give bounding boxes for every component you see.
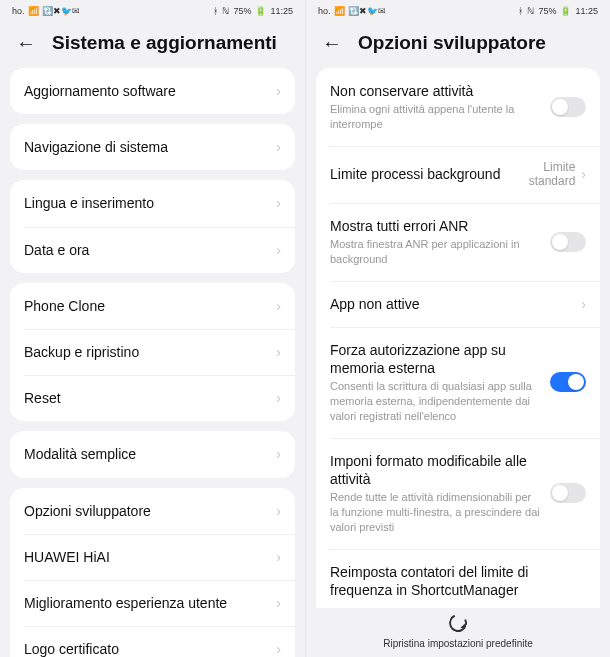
nfc-icon: ℕ	[527, 6, 534, 16]
row-title: Backup e ripristino	[24, 343, 266, 361]
bluetooth-icon: ᚼ	[518, 6, 523, 16]
settings-group: Phone Clone›Backup e ripristino›Reset›	[10, 283, 295, 422]
row-title: Reset	[24, 389, 266, 407]
settings-row[interactable]: Modalità semplice›	[10, 431, 295, 477]
chevron-right-icon: ›	[581, 296, 586, 312]
row-title: Mostra tutti errori ANR	[330, 217, 540, 235]
settings-list[interactable]: Aggiornamento software›Navigazione di si…	[0, 68, 305, 657]
row-title: Opzioni sviluppatore	[24, 502, 266, 520]
screen-developer-options: ho. 📶 🔃✖🐦✉ ᚼ ℕ 75% 🔋 11:25 ← Opzioni svi…	[305, 0, 610, 657]
settings-row[interactable]: Navigazione di sistema›	[10, 124, 295, 170]
settings-row[interactable]: Imponi formato modificabile alle attivit…	[316, 438, 600, 549]
page-title: Opzioni sviluppatore	[358, 32, 546, 54]
row-title: Phone Clone	[24, 297, 266, 315]
footer-label: Ripristina impostazioni predefinite	[306, 638, 610, 649]
row-title: Data e ora	[24, 241, 266, 259]
settings-group: Modalità semplice›	[10, 431, 295, 477]
settings-row[interactable]: Lingua e inserimento›	[10, 180, 295, 226]
row-title: Reimposta contatori del limite di freque…	[330, 563, 576, 599]
chevron-right-icon: ›	[276, 298, 281, 314]
settings-row[interactable]: Reset›	[10, 375, 295, 421]
screen-system-updates: ho. 📶 🔃✖🐦✉ ᚼ ℕ 75% 🔋 11:25 ← Sistema e a…	[0, 0, 305, 657]
chevron-right-icon: ›	[276, 595, 281, 611]
row-title: Miglioramento esperienza utente	[24, 594, 266, 612]
chevron-right-icon: ›	[276, 344, 281, 360]
status-bar: ho. 📶 🔃✖🐦✉ ᚼ ℕ 75% 🔋 11:25	[0, 0, 305, 22]
toggle-switch[interactable]	[550, 97, 586, 117]
reset-icon	[446, 611, 469, 634]
chevron-right-icon: ›	[276, 503, 281, 519]
page-title: Sistema e aggiornamenti	[52, 32, 277, 54]
settings-row[interactable]: Backup e ripristino›	[10, 329, 295, 375]
settings-row[interactable]: Forza autorizzazione app su memoria este…	[316, 327, 600, 438]
settings-group: Aggiornamento software›	[10, 68, 295, 114]
settings-row[interactable]: Aggiornamento software›	[10, 68, 295, 114]
carrier-label: ho.	[12, 6, 25, 16]
settings-row[interactable]: Mostra tutti errori ANRMostra finestra A…	[316, 203, 600, 281]
row-value: Limitestandard	[529, 160, 576, 189]
row-title: Non conservare attività	[330, 82, 540, 100]
battery-icon: 🔋	[255, 6, 266, 16]
chevron-right-icon: ›	[581, 166, 586, 182]
clock: 11:25	[270, 6, 293, 16]
row-title: Navigazione di sistema	[24, 138, 266, 156]
settings-group: Non conservare attivitàElimina ogni atti…	[316, 68, 600, 608]
row-title: Lingua e inserimento	[24, 194, 266, 212]
row-title: Aggiornamento software	[24, 82, 266, 100]
settings-group: Lingua e inserimento›Data e ora›	[10, 180, 295, 272]
chevron-right-icon: ›	[276, 195, 281, 211]
status-icons: 🔃✖🐦✉	[348, 6, 386, 16]
chevron-right-icon: ›	[276, 390, 281, 406]
chevron-right-icon: ›	[276, 549, 281, 565]
settings-row[interactable]: Non conservare attivitàElimina ogni atti…	[316, 68, 600, 146]
row-title: Modalità semplice	[24, 445, 266, 463]
row-subtitle: Elimina ogni attività appena l'utente la…	[330, 102, 540, 132]
toggle-switch[interactable]	[550, 483, 586, 503]
row-title: App non attive	[330, 295, 571, 313]
settings-row[interactable]: Limite processi backgroundLimitestandard…	[316, 146, 600, 203]
row-subtitle: Mostra finestra ANR per applicazioni in …	[330, 237, 540, 267]
settings-row[interactable]: Reimposta contatori del limite di freque…	[316, 549, 600, 608]
row-title: Imponi formato modificabile alle attivit…	[330, 452, 540, 488]
chevron-right-icon: ›	[276, 139, 281, 155]
back-arrow-icon[interactable]: ←	[16, 33, 36, 53]
header: ← Sistema e aggiornamenti	[0, 22, 305, 68]
chevron-right-icon: ›	[276, 446, 281, 462]
row-title: Forza autorizzazione app su memoria este…	[330, 341, 540, 377]
bluetooth-icon: ᚼ	[213, 6, 218, 16]
row-subtitle: Rende tutte le attività ridimensionabili…	[330, 490, 540, 535]
toggle-switch[interactable]	[550, 232, 586, 252]
row-subtitle: Consenti la scrittura di qualsiasi app s…	[330, 379, 540, 424]
settings-row[interactable]: HUAWEI HiAI›	[10, 534, 295, 580]
battery-percent: 75%	[233, 6, 251, 16]
battery-percent: 75%	[538, 6, 556, 16]
settings-row[interactable]: Data e ora›	[10, 227, 295, 273]
row-title: Logo certificato	[24, 640, 266, 657]
settings-list[interactable]: Non conservare attivitàElimina ogni atti…	[306, 68, 610, 608]
signal-icon: 📶	[334, 6, 345, 16]
clock: 11:25	[575, 6, 598, 16]
row-title: HUAWEI HiAI	[24, 548, 266, 566]
chevron-right-icon: ›	[276, 641, 281, 657]
chevron-right-icon: ›	[276, 242, 281, 258]
settings-row[interactable]: Logo certificato›	[10, 626, 295, 657]
settings-row[interactable]: Opzioni sviluppatore›	[10, 488, 295, 534]
back-arrow-icon[interactable]: ←	[322, 33, 342, 53]
row-title: Limite processi background	[330, 165, 519, 183]
signal-icon: 📶	[28, 6, 39, 16]
settings-row[interactable]: Phone Clone›	[10, 283, 295, 329]
nfc-icon: ℕ	[222, 6, 229, 16]
footer-reset[interactable]: Ripristina impostazioni predefinite	[306, 608, 610, 657]
settings-group: Opzioni sviluppatore›HUAWEI HiAI›Miglior…	[10, 488, 295, 658]
settings-row[interactable]: Miglioramento esperienza utente›	[10, 580, 295, 626]
battery-icon: 🔋	[560, 6, 571, 16]
status-icons: 🔃✖🐦✉	[42, 6, 80, 16]
carrier-label: ho.	[318, 6, 331, 16]
chevron-right-icon: ›	[276, 83, 281, 99]
settings-group: Navigazione di sistema›	[10, 124, 295, 170]
settings-row[interactable]: App non attive›	[316, 281, 600, 327]
header: ← Opzioni sviluppatore	[306, 22, 610, 68]
status-bar: ho. 📶 🔃✖🐦✉ ᚼ ℕ 75% 🔋 11:25	[306, 0, 610, 22]
toggle-switch[interactable]	[550, 372, 586, 392]
